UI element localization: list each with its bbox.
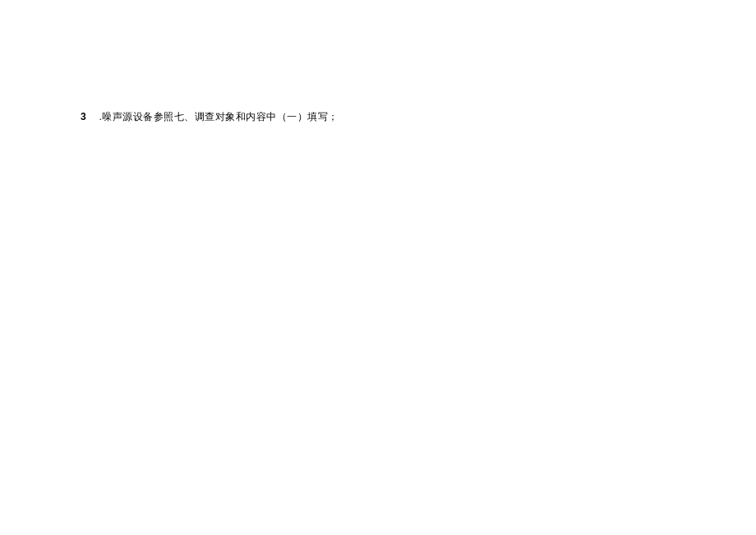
document-line-item: 3 .噪声源设备参照七、调查对象和内容中（一）填写； <box>81 110 339 124</box>
item-text: .噪声源设备参照七、调查对象和内容中（一）填写； <box>99 110 339 124</box>
item-number: 3 <box>81 111 86 122</box>
